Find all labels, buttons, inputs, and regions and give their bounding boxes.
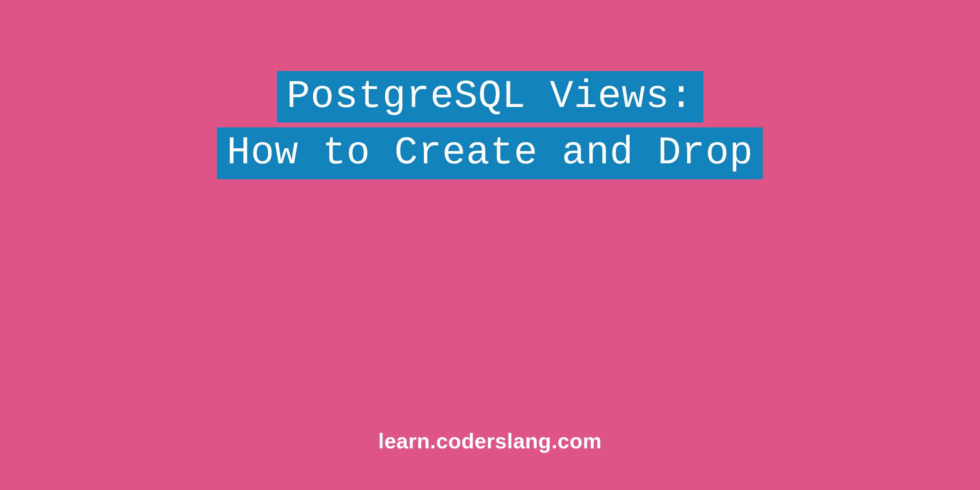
article-title: PostgreSQL Views: How to Create and Drop xyxy=(217,71,763,179)
title-line-1: PostgreSQL Views: xyxy=(277,71,703,122)
title-line-2: How to Create and Drop xyxy=(217,127,763,179)
site-attribution: learn.coderslang.com xyxy=(378,429,602,453)
